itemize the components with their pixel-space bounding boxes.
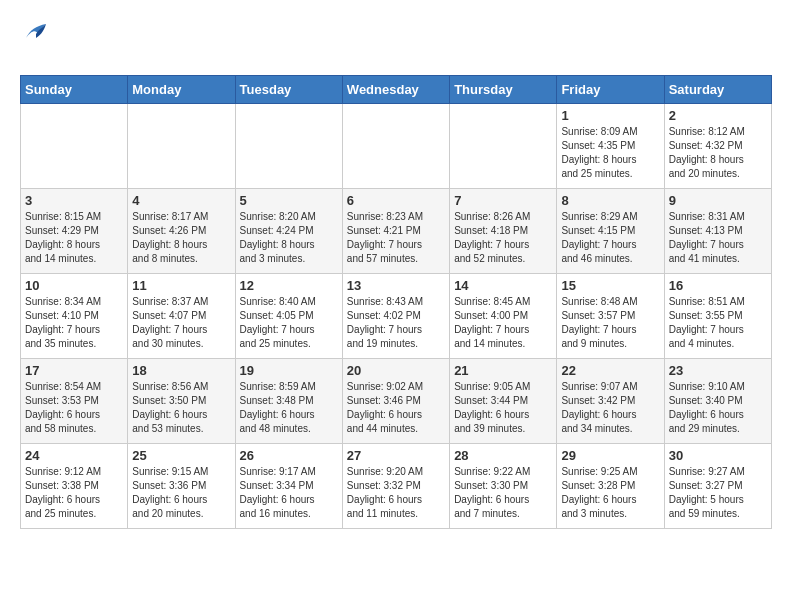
day-number: 27 bbox=[347, 448, 445, 463]
day-number: 25 bbox=[132, 448, 230, 463]
calendar-week-row: 24Sunrise: 9:12 AM Sunset: 3:38 PM Dayli… bbox=[21, 444, 772, 529]
calendar-cell: 4Sunrise: 8:17 AM Sunset: 4:26 PM Daylig… bbox=[128, 189, 235, 274]
calendar-week-row: 3Sunrise: 8:15 AM Sunset: 4:29 PM Daylig… bbox=[21, 189, 772, 274]
calendar-cell: 12Sunrise: 8:40 AM Sunset: 4:05 PM Dayli… bbox=[235, 274, 342, 359]
calendar-cell: 1Sunrise: 8:09 AM Sunset: 4:35 PM Daylig… bbox=[557, 104, 664, 189]
day-info: Sunrise: 9:27 AM Sunset: 3:27 PM Dayligh… bbox=[669, 465, 767, 521]
calendar-cell: 17Sunrise: 8:54 AM Sunset: 3:53 PM Dayli… bbox=[21, 359, 128, 444]
calendar-cell: 8Sunrise: 8:29 AM Sunset: 4:15 PM Daylig… bbox=[557, 189, 664, 274]
day-number: 16 bbox=[669, 278, 767, 293]
day-number: 3 bbox=[25, 193, 123, 208]
day-number: 15 bbox=[561, 278, 659, 293]
calendar-cell: 2Sunrise: 8:12 AM Sunset: 4:32 PM Daylig… bbox=[664, 104, 771, 189]
calendar-cell: 16Sunrise: 8:51 AM Sunset: 3:55 PM Dayli… bbox=[664, 274, 771, 359]
day-info: Sunrise: 8:48 AM Sunset: 3:57 PM Dayligh… bbox=[561, 295, 659, 351]
day-number: 30 bbox=[669, 448, 767, 463]
day-number: 8 bbox=[561, 193, 659, 208]
calendar-cell: 27Sunrise: 9:20 AM Sunset: 3:32 PM Dayli… bbox=[342, 444, 449, 529]
day-info: Sunrise: 9:15 AM Sunset: 3:36 PM Dayligh… bbox=[132, 465, 230, 521]
calendar-cell: 3Sunrise: 8:15 AM Sunset: 4:29 PM Daylig… bbox=[21, 189, 128, 274]
column-header-thursday: Thursday bbox=[450, 76, 557, 104]
day-info: Sunrise: 8:43 AM Sunset: 4:02 PM Dayligh… bbox=[347, 295, 445, 351]
day-number: 14 bbox=[454, 278, 552, 293]
day-number: 24 bbox=[25, 448, 123, 463]
column-header-friday: Friday bbox=[557, 76, 664, 104]
day-number: 18 bbox=[132, 363, 230, 378]
calendar-cell: 10Sunrise: 8:34 AM Sunset: 4:10 PM Dayli… bbox=[21, 274, 128, 359]
day-info: Sunrise: 8:12 AM Sunset: 4:32 PM Dayligh… bbox=[669, 125, 767, 181]
day-info: Sunrise: 8:29 AM Sunset: 4:15 PM Dayligh… bbox=[561, 210, 659, 266]
column-header-monday: Monday bbox=[128, 76, 235, 104]
day-info: Sunrise: 8:26 AM Sunset: 4:18 PM Dayligh… bbox=[454, 210, 552, 266]
calendar-cell: 11Sunrise: 8:37 AM Sunset: 4:07 PM Dayli… bbox=[128, 274, 235, 359]
day-info: Sunrise: 8:31 AM Sunset: 4:13 PM Dayligh… bbox=[669, 210, 767, 266]
day-info: Sunrise: 8:51 AM Sunset: 3:55 PM Dayligh… bbox=[669, 295, 767, 351]
day-info: Sunrise: 8:45 AM Sunset: 4:00 PM Dayligh… bbox=[454, 295, 552, 351]
column-header-sunday: Sunday bbox=[21, 76, 128, 104]
calendar-cell bbox=[342, 104, 449, 189]
day-info: Sunrise: 9:05 AM Sunset: 3:44 PM Dayligh… bbox=[454, 380, 552, 436]
day-number: 7 bbox=[454, 193, 552, 208]
day-number: 19 bbox=[240, 363, 338, 378]
day-number: 20 bbox=[347, 363, 445, 378]
calendar-cell: 18Sunrise: 8:56 AM Sunset: 3:50 PM Dayli… bbox=[128, 359, 235, 444]
day-number: 4 bbox=[132, 193, 230, 208]
day-info: Sunrise: 9:02 AM Sunset: 3:46 PM Dayligh… bbox=[347, 380, 445, 436]
day-info: Sunrise: 9:25 AM Sunset: 3:28 PM Dayligh… bbox=[561, 465, 659, 521]
logo bbox=[20, 20, 50, 65]
day-info: Sunrise: 8:23 AM Sunset: 4:21 PM Dayligh… bbox=[347, 210, 445, 266]
day-info: Sunrise: 8:54 AM Sunset: 3:53 PM Dayligh… bbox=[25, 380, 123, 436]
page-header bbox=[20, 20, 772, 65]
calendar-cell: 19Sunrise: 8:59 AM Sunset: 3:48 PM Dayli… bbox=[235, 359, 342, 444]
calendar-header-row: SundayMondayTuesdayWednesdayThursdayFrid… bbox=[21, 76, 772, 104]
calendar-week-row: 1Sunrise: 8:09 AM Sunset: 4:35 PM Daylig… bbox=[21, 104, 772, 189]
day-number: 22 bbox=[561, 363, 659, 378]
calendar-cell bbox=[450, 104, 557, 189]
day-number: 11 bbox=[132, 278, 230, 293]
day-number: 21 bbox=[454, 363, 552, 378]
calendar-cell: 29Sunrise: 9:25 AM Sunset: 3:28 PM Dayli… bbox=[557, 444, 664, 529]
calendar-cell: 14Sunrise: 8:45 AM Sunset: 4:00 PM Dayli… bbox=[450, 274, 557, 359]
calendar-cell bbox=[21, 104, 128, 189]
calendar-cell: 25Sunrise: 9:15 AM Sunset: 3:36 PM Dayli… bbox=[128, 444, 235, 529]
calendar-cell: 26Sunrise: 9:17 AM Sunset: 3:34 PM Dayli… bbox=[235, 444, 342, 529]
calendar-cell bbox=[128, 104, 235, 189]
calendar-cell: 13Sunrise: 8:43 AM Sunset: 4:02 PM Dayli… bbox=[342, 274, 449, 359]
calendar-cell: 21Sunrise: 9:05 AM Sunset: 3:44 PM Dayli… bbox=[450, 359, 557, 444]
day-number: 10 bbox=[25, 278, 123, 293]
calendar-cell: 5Sunrise: 8:20 AM Sunset: 4:24 PM Daylig… bbox=[235, 189, 342, 274]
day-info: Sunrise: 8:59 AM Sunset: 3:48 PM Dayligh… bbox=[240, 380, 338, 436]
day-number: 23 bbox=[669, 363, 767, 378]
calendar-cell: 20Sunrise: 9:02 AM Sunset: 3:46 PM Dayli… bbox=[342, 359, 449, 444]
day-number: 17 bbox=[25, 363, 123, 378]
day-number: 2 bbox=[669, 108, 767, 123]
day-info: Sunrise: 8:09 AM Sunset: 4:35 PM Dayligh… bbox=[561, 125, 659, 181]
logo-bird-icon bbox=[22, 20, 50, 42]
day-info: Sunrise: 8:15 AM Sunset: 4:29 PM Dayligh… bbox=[25, 210, 123, 266]
calendar-cell bbox=[235, 104, 342, 189]
calendar-cell: 28Sunrise: 9:22 AM Sunset: 3:30 PM Dayli… bbox=[450, 444, 557, 529]
day-number: 6 bbox=[347, 193, 445, 208]
day-info: Sunrise: 9:22 AM Sunset: 3:30 PM Dayligh… bbox=[454, 465, 552, 521]
calendar-cell: 22Sunrise: 9:07 AM Sunset: 3:42 PM Dayli… bbox=[557, 359, 664, 444]
column-header-tuesday: Tuesday bbox=[235, 76, 342, 104]
calendar-cell: 24Sunrise: 9:12 AM Sunset: 3:38 PM Dayli… bbox=[21, 444, 128, 529]
day-number: 9 bbox=[669, 193, 767, 208]
day-number: 29 bbox=[561, 448, 659, 463]
calendar-cell: 6Sunrise: 8:23 AM Sunset: 4:21 PM Daylig… bbox=[342, 189, 449, 274]
calendar-cell: 9Sunrise: 8:31 AM Sunset: 4:13 PM Daylig… bbox=[664, 189, 771, 274]
calendar-cell: 15Sunrise: 8:48 AM Sunset: 3:57 PM Dayli… bbox=[557, 274, 664, 359]
day-info: Sunrise: 8:20 AM Sunset: 4:24 PM Dayligh… bbox=[240, 210, 338, 266]
day-info: Sunrise: 8:40 AM Sunset: 4:05 PM Dayligh… bbox=[240, 295, 338, 351]
calendar-week-row: 10Sunrise: 8:34 AM Sunset: 4:10 PM Dayli… bbox=[21, 274, 772, 359]
day-info: Sunrise: 9:20 AM Sunset: 3:32 PM Dayligh… bbox=[347, 465, 445, 521]
day-info: Sunrise: 9:17 AM Sunset: 3:34 PM Dayligh… bbox=[240, 465, 338, 521]
day-number: 12 bbox=[240, 278, 338, 293]
day-number: 5 bbox=[240, 193, 338, 208]
day-info: Sunrise: 8:56 AM Sunset: 3:50 PM Dayligh… bbox=[132, 380, 230, 436]
day-info: Sunrise: 8:34 AM Sunset: 4:10 PM Dayligh… bbox=[25, 295, 123, 351]
day-info: Sunrise: 8:37 AM Sunset: 4:07 PM Dayligh… bbox=[132, 295, 230, 351]
day-info: Sunrise: 8:17 AM Sunset: 4:26 PM Dayligh… bbox=[132, 210, 230, 266]
day-info: Sunrise: 9:07 AM Sunset: 3:42 PM Dayligh… bbox=[561, 380, 659, 436]
day-number: 28 bbox=[454, 448, 552, 463]
